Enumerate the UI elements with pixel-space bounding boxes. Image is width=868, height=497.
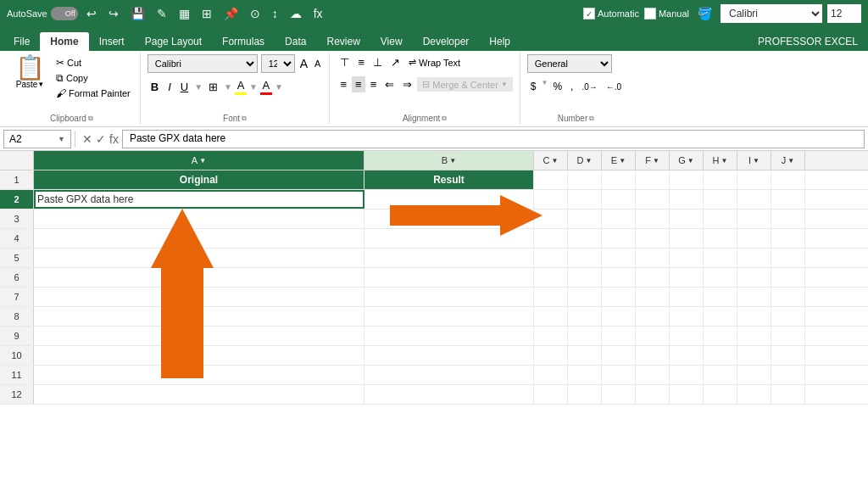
align-bottom-button[interactable]: ⊥: [370, 54, 386, 70]
cell-a8[interactable]: [34, 307, 364, 326]
cell-g11[interactable]: [670, 366, 704, 384]
cell-j10[interactable]: [771, 346, 805, 365]
wrap-text-button[interactable]: ⇌ Wrap Text: [405, 55, 464, 70]
cell-j7[interactable]: [771, 288, 805, 306]
cell-j9[interactable]: [771, 327, 805, 345]
confirm-icon[interactable]: ✓: [96, 132, 106, 146]
tab-page-layout[interactable]: Page Layout: [135, 32, 212, 51]
align-left-button[interactable]: ≡: [337, 76, 350, 92]
cell-b4[interactable]: [364, 229, 534, 248]
cell-i11[interactable]: [737, 366, 771, 384]
col-header-h[interactable]: H▼: [704, 151, 737, 170]
cell-b1[interactable]: Result: [364, 170, 534, 189]
cell-f11[interactable]: [636, 366, 670, 384]
row-number-8[interactable]: 8: [0, 307, 34, 326]
clipboard-expand-icon[interactable]: ⧉: [88, 114, 93, 123]
cell-f4[interactable]: [636, 229, 670, 248]
cell-f5[interactable]: [636, 248, 670, 267]
more-icon[interactable]: ▦: [175, 5, 193, 22]
cell-i10[interactable]: [737, 346, 771, 365]
cell-g8[interactable]: [670, 307, 704, 326]
row-number-5[interactable]: 5: [0, 248, 34, 267]
cell-a12[interactable]: [34, 385, 364, 404]
expand-icon[interactable]: ✕: [82, 132, 92, 146]
cell-g5[interactable]: [670, 248, 704, 267]
font-grow-button[interactable]: A: [298, 57, 309, 70]
italic-button[interactable]: I: [164, 79, 175, 95]
cloud-icon[interactable]: ☁: [287, 5, 305, 22]
cell-e10[interactable]: [602, 346, 636, 365]
cell-c9[interactable]: [534, 327, 568, 345]
formula-icon[interactable]: fx: [310, 5, 326, 22]
percent-button[interactable]: %: [549, 79, 565, 94]
cell-f12[interactable]: [636, 385, 670, 404]
cell-i9[interactable]: [737, 327, 771, 345]
cell-i8[interactable]: [737, 307, 771, 326]
cell-f7[interactable]: [636, 288, 670, 306]
row-number-10[interactable]: 10: [0, 346, 34, 365]
cell-b11[interactable]: [364, 366, 534, 384]
check-box-manual[interactable]: [644, 8, 656, 20]
cell-c1[interactable]: [534, 170, 568, 189]
cell-d2[interactable]: [568, 190, 602, 209]
number-expand-icon[interactable]: ⧉: [589, 114, 594, 123]
indent-decrease-button[interactable]: ⇐: [381, 76, 398, 92]
col-header-d[interactable]: D▼: [568, 151, 602, 170]
cell-g10[interactable]: [670, 346, 704, 365]
cell-h8[interactable]: [704, 307, 737, 326]
cell-h9[interactable]: [704, 327, 737, 345]
cell-c7[interactable]: [534, 288, 568, 306]
cell-j1[interactable]: [771, 170, 805, 189]
cell-h11[interactable]: [704, 366, 737, 384]
cell-reference-box[interactable]: A2 ▼: [3, 130, 71, 148]
font-shrink-button[interactable]: A: [313, 59, 322, 69]
row-number-11[interactable]: 11: [0, 366, 34, 384]
align-top-button[interactable]: ⊤: [337, 54, 353, 70]
cell-a6[interactable]: [34, 268, 364, 287]
paste-dropdown-arrow[interactable]: ▼: [37, 81, 44, 88]
pin-icon[interactable]: 📌: [220, 5, 242, 22]
cell-h3[interactable]: [704, 209, 737, 228]
cell-e1[interactable]: [602, 170, 636, 189]
cell-e3[interactable]: [602, 209, 636, 228]
copy-button[interactable]: ⧉ Copy: [53, 71, 133, 85]
cell-g9[interactable]: [670, 327, 704, 345]
cell-c5[interactable]: [534, 248, 568, 267]
cell-h7[interactable]: [704, 288, 737, 306]
tab-review[interactable]: Review: [316, 32, 370, 51]
cell-d7[interactable]: [568, 288, 602, 306]
font-size-title[interactable]: [827, 4, 861, 23]
col-a-dropdown[interactable]: ▼: [199, 157, 206, 165]
redo-icon[interactable]: ↪: [105, 5, 122, 22]
function-icon[interactable]: fx: [109, 132, 119, 146]
cell-c8[interactable]: [534, 307, 568, 326]
cell-a7[interactable]: [34, 288, 364, 306]
cell-e12[interactable]: [602, 385, 636, 404]
cell-b9[interactable]: [364, 327, 534, 345]
font-color-dropdown[interactable]: ▼: [275, 82, 283, 92]
cell-f1[interactable]: [636, 170, 670, 189]
borders-button[interactable]: ⊞: [205, 79, 221, 95]
fill-dropdown[interactable]: ▼: [249, 82, 258, 92]
cell-a3[interactable]: [34, 209, 364, 228]
cell-d10[interactable]: [568, 346, 602, 365]
cell-i1[interactable]: [737, 170, 771, 189]
col-header-e[interactable]: E▼: [602, 151, 636, 170]
cell-b12[interactable]: [364, 385, 534, 404]
font-size-selector[interactable]: 12: [261, 54, 295, 73]
cell-h1[interactable]: [704, 170, 737, 189]
autosave-toggle[interactable]: Off: [51, 7, 78, 20]
cell-f8[interactable]: [636, 307, 670, 326]
cell-h5[interactable]: [704, 248, 737, 267]
format-painter-button[interactable]: 🖌 Format Painter: [53, 87, 133, 100]
cell-c12[interactable]: [534, 385, 568, 404]
cell-h10[interactable]: [704, 346, 737, 365]
cell-f10[interactable]: [636, 346, 670, 365]
row-number-6[interactable]: 6: [0, 268, 34, 287]
cell-g3[interactable]: [670, 209, 704, 228]
cell-i6[interactable]: [737, 268, 771, 287]
cell-g1[interactable]: [670, 170, 704, 189]
cell-c6[interactable]: [534, 268, 568, 287]
cell-d3[interactable]: [568, 209, 602, 228]
col-header-f[interactable]: F▼: [636, 151, 670, 170]
